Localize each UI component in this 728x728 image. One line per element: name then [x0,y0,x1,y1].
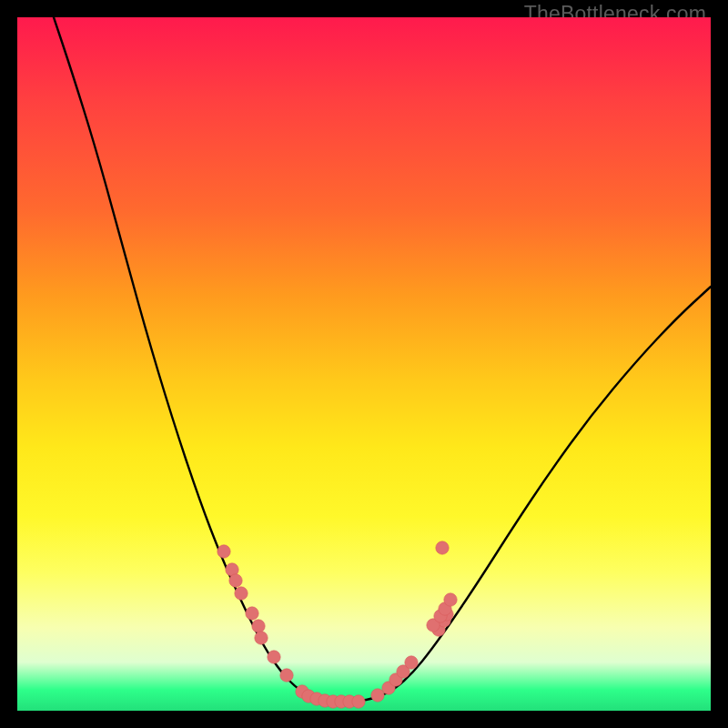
data-marker [229,574,242,587]
data-marker [235,587,248,600]
data-marker [255,632,268,644]
data-marker [280,669,293,682]
data-marker [246,607,258,620]
data-markers [217,541,457,708]
bottleneck-curve [54,17,711,702]
data-marker [444,593,457,606]
data-marker [371,689,384,702]
data-marker [405,656,418,669]
data-marker [352,695,365,708]
data-marker [268,651,280,663]
data-marker [436,541,449,554]
data-marker [252,620,265,632]
bottleneck-plot [17,17,711,711]
data-marker [217,545,230,558]
plot-frame [17,17,711,711]
